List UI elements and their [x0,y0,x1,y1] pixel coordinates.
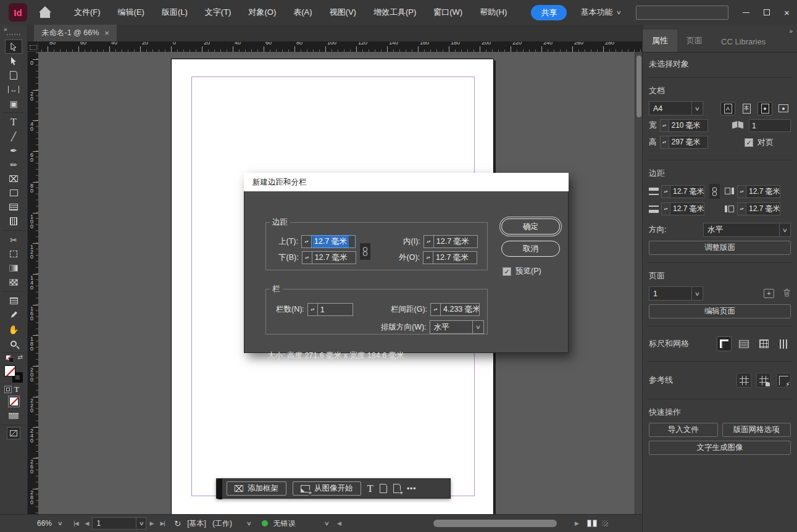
panel-inside-margin-field[interactable]: 12.7 毫米 [746,185,780,198]
panel-bottom-margin-stepper[interactable]: ▴▾ [661,202,670,215]
inside-margin-stepper[interactable]: ▴▾ [424,235,433,248]
tab-properties[interactable]: 属性 [643,30,677,52]
gutter-stepper[interactable]: ▴▾ [430,303,440,316]
start-from-image-button[interactable]: 从图像开始 [293,481,361,496]
adjust-layout-button[interactable]: 调整版面 [649,241,791,255]
horizontal-ruler[interactable]: 8060402002040608010012014016018020022024… [38,42,642,52]
bottom-margin-field[interactable]: 12.7 毫米 [312,251,356,264]
doc-intent-web-button[interactable]: 本 [739,102,754,115]
lock-guides-button[interactable] [756,373,771,388]
eyedropper-tool[interactable] [5,308,22,322]
note-tool[interactable] [5,294,22,308]
top-margin-field[interactable]: 12.7 毫米 [311,235,356,248]
menu-edit[interactable]: 编辑(E) [109,0,153,25]
document-grid-button[interactable] [756,336,771,351]
ok-button[interactable]: 确定 [501,218,560,235]
layout-grid-button[interactable] [776,336,791,351]
free-transform-tool[interactable] [5,247,22,261]
split-view-button[interactable] [587,520,597,527]
fill-swatch[interactable] [4,365,15,376]
add-frame-button[interactable]: 添加框架 [227,481,286,496]
cell-styles-tool[interactable] [5,409,22,423]
type-tool[interactable]: T [5,115,22,129]
more-options-button[interactable]: ••• [407,484,417,493]
menu-file[interactable]: 文件(F) [65,0,109,25]
vertical-grid-tool[interactable] [5,214,22,228]
panel-grip[interactable] [7,34,20,37]
panel-outside-margin-stepper[interactable]: ▴▾ [737,202,746,215]
home-icon[interactable] [38,6,52,19]
next-page-button[interactable]: ▶ [146,520,157,526]
menu-type[interactable]: 文字(T) [196,0,240,25]
previous-page-button[interactable]: ◀ [82,520,93,526]
width-stepper[interactable]: ▴▾ [660,119,669,132]
menu-table[interactable]: 表(A) [285,0,320,25]
app-logo[interactable]: Id [9,3,27,22]
scroll-right-button[interactable]: ▶ [572,520,582,526]
zoom-level[interactable]: 66% [37,519,52,528]
gutter-field[interactable]: 4.233 毫米 [440,303,480,316]
hand-tool[interactable]: ✋ [5,322,22,336]
orientation-portrait-button[interactable]: ● [757,102,772,115]
menu-plugins[interactable]: 增效工具(P) [365,0,425,25]
first-page-button[interactable]: ◀ [71,520,82,526]
collapse-panel-icon[interactable]: » [789,28,792,35]
maximize-button[interactable] [756,0,777,25]
document-tab[interactable]: 未命名-1 @ 66% × [34,24,117,41]
preset-indicator[interactable]: [基本] [187,518,206,529]
gradient-feather-tool[interactable] [5,275,22,289]
preflight-menu-chevron[interactable]: ∨ [246,520,252,526]
minimize-button[interactable] [736,0,756,25]
page-number-field[interactable]: 1 ∨ [92,517,146,530]
toolbar-grip[interactable] [217,479,222,499]
preview-checkbox[interactable]: ✓ [503,267,511,276]
zoom-chevron-icon[interactable]: ∨ [57,520,63,526]
top-margin-stepper[interactable]: ▴▾ [301,235,311,248]
panel-outside-margin-field[interactable]: 12.7 毫米 [746,202,780,215]
vertical-ruler[interactable]: 020406080100120140160180200220240260280 [28,52,38,514]
layout-grid-options-button[interactable]: 版面网格选项 [722,423,791,437]
new-page-button[interactable] [380,484,387,493]
panel-top-margin-field[interactable]: 12.7 毫米 [670,185,704,198]
menu-help[interactable]: 帮助(H) [471,0,515,25]
rectangle-tool[interactable] [5,186,22,200]
menu-object[interactable]: 对象(O) [240,0,285,25]
formatting-affects-toggle[interactable]: T [4,384,23,394]
smart-guides-button[interactable] [776,373,791,388]
ruler-origin-corner[interactable] [28,42,38,52]
workspace-switcher[interactable]: 基本功能 ∨ [580,7,621,18]
menu-view[interactable]: 视图(V) [321,0,365,25]
baseline-grid-button[interactable] [736,336,751,351]
scroll-left-button[interactable]: ◀ [334,520,344,526]
show-guides-button[interactable] [736,373,751,388]
column-count-stepper[interactable]: ▴▾ [307,303,317,316]
outside-margin-stepper[interactable]: ▴▾ [423,251,433,264]
fill-stroke-control[interactable] [4,365,23,383]
tab-cc-libraries[interactable]: CC Libraries [712,31,775,52]
width-field[interactable]: 210 毫米 [669,119,708,132]
horizontal-grid-tool[interactable] [5,200,22,214]
import-file-button[interactable]: 导入文件 [649,423,718,437]
preflight-status[interactable]: 无错误 [273,518,295,529]
add-page-button[interactable] [393,484,401,493]
delete-page-icon[interactable] [783,288,791,299]
vertical-scrollbar-thumb[interactable] [636,56,641,117]
resize-grip[interactable] [602,520,608,526]
apply-none-button[interactable] [5,394,22,409]
text-icon[interactable]: T [14,384,19,394]
preflight-options-chevron[interactable]: ∨ [324,520,330,526]
horizontal-scrollbar-thumb[interactable] [433,520,557,527]
zoom-tool[interactable] [5,336,22,351]
panel-inside-margin-stepper[interactable]: ▴▾ [737,185,746,198]
outside-margin-field[interactable]: 12.7 毫米 [433,251,477,264]
facing-pages-checkbox[interactable]: ✓ [745,138,753,147]
column-count-field[interactable]: 1 [317,303,353,316]
line-tool[interactable]: ╱ [5,129,22,143]
page-tool[interactable] [5,68,22,82]
content-collector-tool[interactable]: ▣ [5,96,22,110]
height-field[interactable]: 297 毫米 [669,136,708,149]
vertical-scrollbar[interactable] [635,52,642,514]
doc-intent-print-button[interactable]: A [720,102,735,115]
tab-pages[interactable]: 页面 [677,30,712,52]
direct-selection-tool[interactable] [5,54,22,68]
